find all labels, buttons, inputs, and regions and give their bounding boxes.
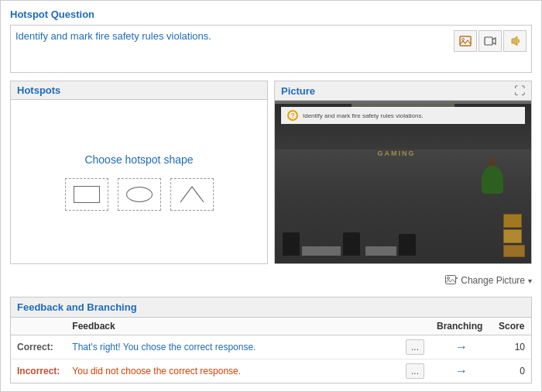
incorrect-branching-cell: →: [431, 359, 492, 383]
correct-branch-arrow[interactable]: →: [455, 340, 468, 353]
th-dots: [400, 318, 431, 335]
picture-panel-title: Picture: [281, 85, 315, 97]
correct-branching-cell: →: [431, 335, 492, 359]
desk-area: [283, 232, 416, 256]
incorrect-dots-button[interactable]: ...: [406, 363, 424, 379]
incorrect-dots-cell: ...: [400, 359, 431, 383]
box-2: [503, 229, 522, 243]
plant: [482, 158, 503, 197]
change-picture-chevron: ▾: [528, 277, 532, 285]
desk-2: [365, 246, 396, 256]
question-input-row: Identify and mark fire safety rules viol…: [10, 25, 532, 73]
plant-body: [482, 166, 503, 194]
rectangle-shape-option[interactable]: [65, 178, 108, 211]
correct-label: Correct:: [11, 335, 66, 359]
overlay-text: Identify and mark fire safety rules viol…: [303, 112, 424, 119]
change-picture-label: Change Picture: [461, 275, 525, 286]
change-picture-row: Change Picture ▾: [10, 272, 532, 289]
polygon-icon: [179, 185, 205, 204]
ellipse-shape-option[interactable]: [118, 178, 161, 211]
hotspots-panel-header: Hotspots: [11, 81, 267, 100]
th-branching: Branching: [431, 318, 492, 335]
image-icon-button[interactable]: [454, 30, 477, 52]
hotspot-question-title: Hotspot Question: [10, 9, 532, 20]
svg-marker-3: [512, 36, 517, 46]
svg-rect-4: [446, 276, 456, 284]
hotspots-content: Choose hotspot shape: [11, 100, 267, 263]
ellipse-icon: [126, 187, 153, 202]
icon-btn-group: [454, 30, 527, 52]
picture-panel-header: Picture ⛶: [275, 81, 531, 101]
table-row: Incorrect: You did not choose the correc…: [11, 359, 531, 383]
svg-point-5: [448, 277, 450, 280]
incorrect-branch-arrow[interactable]: →: [455, 364, 468, 377]
chair-3: [399, 234, 416, 256]
incorrect-feedback-text: You did not choose the correct response.: [66, 359, 400, 383]
hotspots-panel: Hotspots Choose hotspot shape: [10, 81, 268, 264]
sign-text: GAMING: [377, 150, 415, 157]
video-icon-button[interactable]: [479, 30, 502, 52]
chair-2: [343, 232, 360, 256]
correct-dots-button[interactable]: ...: [406, 339, 424, 355]
incorrect-label: Incorrect:: [11, 359, 66, 383]
change-picture-button[interactable]: Change Picture ▾: [445, 275, 532, 286]
correct-dots-cell: ...: [400, 335, 431, 359]
box-3: [503, 245, 525, 257]
expand-icon[interactable]: ⛶: [514, 84, 525, 97]
boxes-area: [503, 214, 525, 257]
content-row: Hotspots Choose hotspot shape: [10, 81, 532, 264]
hotspot-question-section: Hotspot Question Identify and mark fire …: [10, 9, 532, 73]
picture-content: ? Identify and mark fire safety rules vi…: [275, 101, 531, 263]
svg-rect-2: [485, 37, 492, 45]
box-1: [503, 214, 522, 228]
incorrect-score: 0: [492, 359, 531, 383]
choose-shape-label: Choose hotspot shape: [84, 153, 193, 166]
question-text-input[interactable]: Identify and mark fire safety rules viol…: [15, 30, 449, 67]
feedback-table: Feedback Branching Score Correct: That's…: [11, 318, 531, 383]
svg-rect-0: [460, 36, 471, 46]
feedback-title: Feedback and Branching: [17, 301, 137, 313]
image-overlay-bar: ? Identify and mark fire safety rules vi…: [281, 107, 525, 124]
hotspots-panel-title: Hotspots: [17, 84, 60, 96]
correct-score: 10: [492, 335, 531, 359]
table-header-row: Feedback Branching Score: [11, 318, 531, 335]
table-row: Correct: That's right! You chose the cor…: [11, 335, 531, 359]
change-picture-icon: [445, 275, 458, 286]
svg-point-1: [462, 39, 465, 41]
shape-options: [65, 178, 214, 211]
th-score: Score: [492, 318, 531, 335]
rectangle-icon: [74, 186, 100, 203]
audio-icon-button[interactable]: [503, 30, 527, 52]
desk-1: [302, 246, 341, 256]
feedback-header: Feedback and Branching: [11, 297, 531, 318]
th-feedback: Feedback: [66, 318, 400, 335]
main-container: Hotspot Question Identify and mark fire …: [0, 0, 542, 392]
polygon-shape-option[interactable]: [170, 178, 214, 211]
chair-1: [283, 232, 300, 256]
correct-feedback-text: That's right! You chose the correct resp…: [66, 335, 400, 359]
question-circle-icon: ?: [287, 110, 298, 121]
th-empty: [11, 318, 66, 335]
office-image: ? Identify and mark fire safety rules vi…: [275, 101, 531, 263]
feedback-section: Feedback and Branching Feedback Branchin…: [10, 297, 532, 383]
picture-panel: Picture ⛶ ? Identify and mark fire safet…: [274, 81, 532, 264]
